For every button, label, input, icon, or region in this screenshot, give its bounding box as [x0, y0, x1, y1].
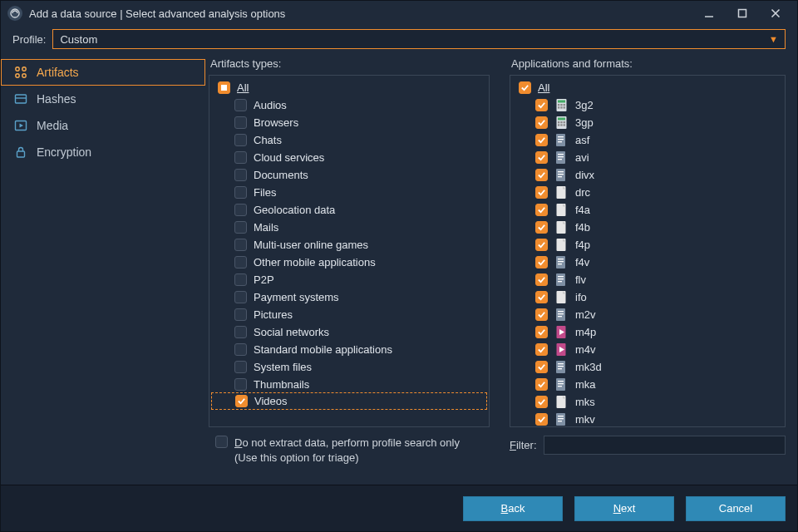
app-row[interactable]: f4p — [512, 236, 783, 254]
checkbox[interactable] — [234, 343, 247, 356]
artifact-row[interactable]: Pictures — [211, 306, 487, 323]
checkbox[interactable] — [234, 116, 247, 129]
checkbox[interactable] — [535, 413, 548, 426]
file-icon — [554, 273, 569, 287]
checkbox[interactable] — [234, 134, 247, 146]
checkbox[interactable] — [535, 186, 548, 199]
artifacts-list[interactable]: AllAudiosBrowsersChatsCloud servicesDocu… — [209, 75, 490, 427]
checkbox[interactable] — [535, 239, 548, 251]
artifact-row[interactable]: Thumbnails — [211, 376, 487, 393]
artifact-row[interactable]: Social networks — [211, 323, 487, 341]
checkbox[interactable] — [234, 204, 247, 216]
maximize-button[interactable] — [726, 2, 759, 25]
filter-input[interactable] — [544, 436, 786, 455]
app-row-all[interactable]: All — [512, 79, 783, 96]
artifact-label: All — [237, 81, 249, 94]
app-row[interactable]: avi — [512, 149, 783, 166]
file-icon — [554, 325, 569, 339]
artifact-row[interactable]: Chats — [211, 131, 487, 149]
app-row[interactable]: drc — [512, 184, 783, 201]
next-button[interactable]: Next — [574, 496, 674, 521]
checkbox[interactable] — [234, 273, 247, 286]
checkbox[interactable] — [234, 291, 247, 303]
checkbox[interactable] — [535, 221, 548, 234]
app-row[interactable]: f4b — [512, 219, 783, 236]
artifact-row[interactable]: Cloud services — [211, 149, 487, 166]
app-row[interactable]: divx — [512, 166, 783, 184]
artifact-row[interactable]: Files — [211, 184, 487, 201]
artifact-row-all[interactable]: All — [211, 79, 487, 96]
checkbox[interactable] — [535, 151, 548, 164]
app-label: mkv — [575, 413, 595, 426]
checkbox[interactable] — [234, 239, 247, 251]
sidebar-item-artifacts[interactable]: Artifacts — [1, 59, 205, 86]
triage-checkbox[interactable] — [215, 436, 228, 448]
app-row[interactable]: 3gp — [512, 114, 783, 131]
app-row[interactable]: mkv — [512, 411, 783, 427]
checkbox[interactable] — [234, 256, 247, 268]
checkbox[interactable] — [535, 134, 548, 146]
profile-value: Custom — [60, 33, 97, 46]
checkbox[interactable] — [234, 99, 247, 111]
app-row[interactable]: mks — [512, 393, 783, 411]
checkbox[interactable] — [535, 308, 548, 321]
artifact-row[interactable]: Mails — [211, 219, 487, 236]
checkbox[interactable] — [235, 395, 248, 407]
artifact-row[interactable]: P2P — [211, 271, 487, 288]
checkbox[interactable] — [535, 361, 548, 373]
artifact-row[interactable]: Documents — [211, 166, 487, 184]
checkbox[interactable] — [234, 326, 247, 338]
app-row[interactable]: asf — [512, 131, 783, 149]
sidebar-item-media[interactable]: Media — [1, 112, 205, 139]
app-row[interactable]: f4a — [512, 201, 783, 219]
checkbox[interactable] — [234, 361, 247, 373]
profile-select[interactable]: Custom ▼ — [52, 29, 786, 49]
artifact-row[interactable]: Browsers — [211, 114, 487, 131]
app-row[interactable]: mk3d — [512, 358, 783, 376]
artifact-row[interactable]: Payment systems — [211, 288, 487, 306]
artifact-row[interactable]: Other mobile applications — [211, 254, 487, 271]
file-icon — [554, 150, 569, 165]
artifact-label: Social networks — [254, 326, 329, 338]
artifact-row[interactable]: Geolocation data — [211, 201, 487, 219]
checkbox[interactable] — [234, 186, 247, 199]
app-row[interactable]: mka — [512, 376, 783, 393]
checkbox[interactable] — [519, 81, 531, 94]
artifact-row[interactable]: System files — [211, 358, 487, 376]
checkbox[interactable] — [535, 204, 548, 216]
back-button[interactable]: Back — [463, 496, 563, 521]
sidebar-item-hashes[interactable]: Hashes — [1, 86, 205, 112]
checkbox[interactable] — [535, 116, 548, 129]
checkbox[interactable] — [535, 256, 548, 268]
artifact-row[interactable]: Videos — [211, 392, 487, 410]
app-row[interactable]: ifo — [512, 288, 783, 306]
artifact-row[interactable]: Audios — [211, 96, 487, 114]
sidebar-item-encryption[interactable]: Encryption — [1, 139, 205, 165]
checkbox[interactable] — [234, 169, 247, 181]
checkbox[interactable] — [234, 378, 247, 391]
apps-list[interactable]: All3g23gpasfavidivxdrcf4af4bf4pf4vflvifo… — [510, 75, 786, 427]
artifact-row[interactable]: Multi-user online games — [211, 236, 487, 254]
checkbox[interactable] — [535, 99, 548, 111]
app-row[interactable]: m4v — [512, 341, 783, 358]
checkbox[interactable] — [535, 291, 548, 303]
app-row[interactable]: m4p — [512, 323, 783, 341]
checkbox[interactable] — [535, 343, 548, 356]
minimize-button[interactable] — [692, 2, 726, 25]
checkbox[interactable] — [535, 396, 548, 408]
cancel-button[interactable]: Cancel — [686, 496, 786, 521]
artifact-row[interactable]: Standard mobile applications — [211, 341, 487, 358]
app-row[interactable]: f4v — [512, 254, 783, 271]
app-row[interactable]: flv — [512, 271, 783, 288]
checkbox[interactable] — [535, 273, 548, 286]
checkbox[interactable] — [535, 169, 548, 181]
close-button[interactable] — [759, 2, 792, 25]
checkbox[interactable] — [234, 151, 247, 164]
app-row[interactable]: 3g2 — [512, 96, 783, 114]
checkbox[interactable] — [234, 308, 247, 321]
app-row[interactable]: m2v — [512, 306, 783, 323]
checkbox[interactable] — [535, 378, 548, 391]
checkbox[interactable] — [234, 221, 247, 234]
checkbox[interactable] — [218, 81, 230, 94]
checkbox[interactable] — [535, 326, 548, 338]
